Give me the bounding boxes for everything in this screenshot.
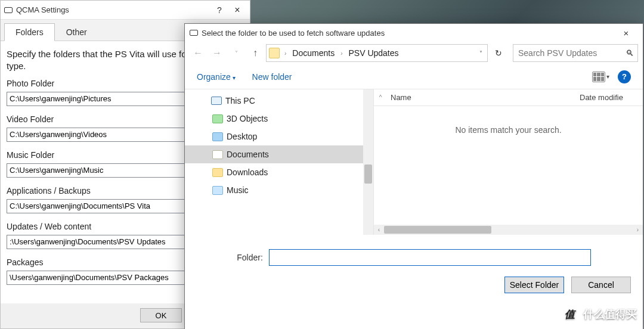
tree-label: Documents: [227, 150, 269, 159]
tree-3d-objects[interactable]: 3D Objects: [185, 110, 373, 128]
column-name[interactable]: Name: [387, 93, 580, 102]
watermark: 值 什么值得买: [561, 305, 637, 323]
scrollbar-thumb[interactable]: [364, 164, 372, 184]
tree-this-pc[interactable]: This PC: [185, 92, 373, 110]
ok-button[interactable]: OK: [140, 308, 182, 322]
breadcrumb[interactable]: › Documents › PSV Updates ˅: [266, 44, 488, 62]
scroll-left-icon[interactable]: ‹: [374, 226, 384, 233]
folder-icon: [212, 132, 223, 141]
chevron-right-icon[interactable]: ›: [282, 50, 289, 57]
watermark-text: 什么值得买: [583, 307, 637, 321]
tree-label: Desktop: [227, 132, 257, 141]
help-icon[interactable]: ?: [210, 5, 228, 15]
picker-body: This PC 3D Objects Desktop Documents Dow…: [185, 89, 643, 235]
folder-icon: [212, 150, 223, 159]
tab-folders[interactable]: Folders: [4, 23, 55, 41]
picker-titlebar[interactable]: Select the folder to be used to fetch so…: [185, 24, 643, 42]
picker-app-icon: [190, 30, 198, 36]
breadcrumb-documents[interactable]: Documents: [290, 46, 337, 60]
tree-music[interactable]: Music: [185, 181, 373, 199]
horizontal-scrollbar[interactable]: ‹ ›: [374, 225, 643, 235]
chevron-down-icon[interactable]: ▾: [606, 73, 609, 80]
breadcrumb-psv-updates[interactable]: PSV Updates: [346, 46, 401, 60]
tree-label: 3D Objects: [227, 114, 268, 123]
folder-icon: [212, 186, 223, 195]
tree-label: Downloads: [227, 167, 268, 177]
forward-icon[interactable]: →: [209, 45, 225, 61]
select-folder-button[interactable]: Select Folder: [504, 277, 564, 293]
toolbar: Organize New folder ▾ ?: [185, 64, 643, 89]
pc-icon: [211, 97, 222, 105]
tree-scrollbar[interactable]: [363, 89, 373, 235]
view-options[interactable]: ▾: [592, 72, 609, 82]
tree-downloads[interactable]: Downloads: [185, 163, 373, 181]
view-grid-icon: [592, 72, 605, 82]
file-list-pane[interactable]: ^ Name Date modifie No items match your …: [373, 89, 643, 235]
organize-menu[interactable]: Organize: [197, 72, 236, 82]
settings-titlebar[interactable]: QCMA Settings ? ×: [1, 1, 250, 20]
help-icon[interactable]: ?: [618, 70, 631, 83]
close-icon[interactable]: ×: [614, 28, 638, 38]
list-header: ^ Name Date modifie: [374, 89, 643, 106]
tree-documents[interactable]: Documents: [185, 145, 373, 163]
tree-desktop[interactable]: Desktop: [185, 128, 373, 145]
tree-pane[interactable]: This PC 3D Objects Desktop Documents Dow…: [185, 89, 373, 235]
folder-icon: [269, 48, 280, 58]
scroll-right-icon[interactable]: ›: [633, 226, 643, 233]
nav-row: ← → ˅ ↑ › Documents › PSV Updates ˅ ↻ 🔍︎: [185, 42, 643, 64]
search-icon[interactable]: 🔍︎: [626, 48, 634, 58]
back-icon[interactable]: ←: [190, 45, 206, 61]
tab-other[interactable]: Other: [55, 23, 98, 41]
folder-label: Folder:: [237, 253, 263, 262]
empty-message: No items match your search.: [374, 106, 643, 135]
tree-label: Music: [227, 185, 249, 195]
up-icon[interactable]: ↑: [247, 45, 264, 61]
column-date[interactable]: Date modifie: [580, 93, 643, 102]
watermark-badge-icon: 值: [561, 305, 578, 323]
folder-icon: [212, 114, 223, 123]
picker-footer: Select Folder Cancel: [185, 272, 643, 303]
search-box[interactable]: 🔍︎: [513, 44, 638, 62]
close-icon[interactable]: ×: [228, 5, 246, 15]
folder-picker-dialog: Select the folder to be used to fetch so…: [184, 23, 643, 329]
tree-label: This PC: [225, 96, 255, 105]
folder-input-row: Folder:: [185, 235, 643, 272]
chevron-down-icon[interactable]: ˅: [477, 50, 485, 57]
chevron-right-icon[interactable]: ›: [338, 50, 345, 57]
folder-name-input[interactable]: [269, 249, 591, 266]
sort-marker-icon[interactable]: ^: [374, 94, 387, 101]
search-input[interactable]: [517, 48, 626, 58]
scrollbar-thumb[interactable]: [384, 226, 491, 234]
cancel-button[interactable]: Cancel: [571, 277, 631, 293]
app-icon: [4, 7, 13, 13]
settings-title: QCMA Settings: [16, 5, 210, 14]
new-folder-button[interactable]: New folder: [252, 72, 292, 82]
recent-chevron-icon[interactable]: ˅: [228, 45, 244, 61]
refresh-icon[interactable]: ↻: [490, 48, 507, 58]
scroll-track[interactable]: [384, 225, 633, 235]
picker-title: Select the folder to be used to fetch so…: [202, 29, 614, 38]
folder-icon: [212, 168, 223, 177]
